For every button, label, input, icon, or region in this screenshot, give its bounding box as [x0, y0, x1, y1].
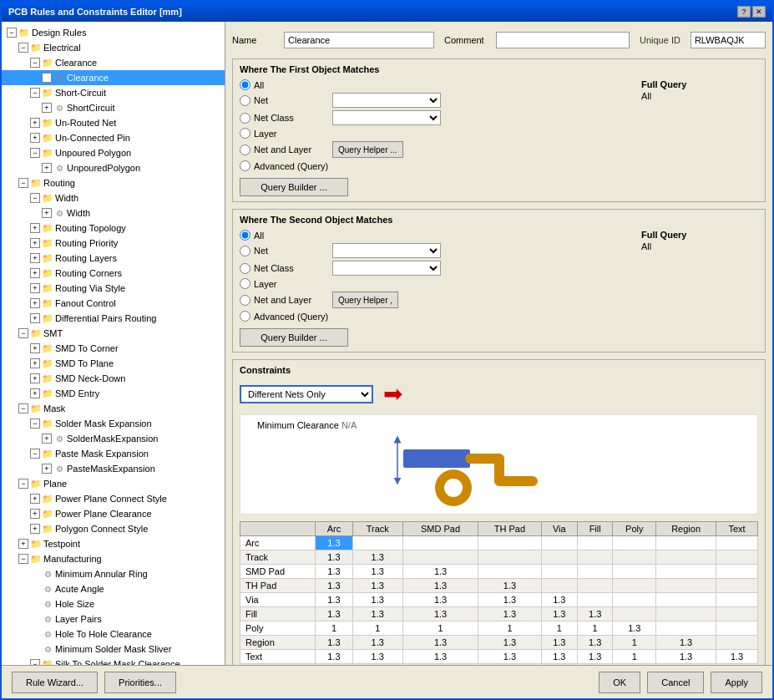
cell-label[interactable]: Region [240, 636, 316, 650]
cell-smd_pad[interactable] [402, 536, 478, 550]
cell-text[interactable] [716, 579, 758, 593]
tree-item-mask[interactable]: −📁Mask [2, 401, 225, 416]
tree-item-routing-topology[interactable]: +📁Routing Topology [2, 221, 225, 236]
name-input[interactable] [284, 32, 434, 48]
cell-smd_pad[interactable]: 1.3 [402, 607, 478, 621]
cell-th_pad[interactable] [478, 536, 542, 550]
tree-expand-mask[interactable]: − [18, 403, 28, 413]
cell-via[interactable]: 1.3 [541, 650, 577, 664]
tree-item-design-rules[interactable]: −📁Design Rules [2, 25, 225, 40]
tree-item-plane[interactable]: −📁Plane [2, 476, 225, 491]
first-layer-radio[interactable] [240, 128, 250, 139]
tree-item-clearance-folder[interactable]: −📁Clearance [2, 55, 225, 70]
cell-fill[interactable] [577, 565, 613, 579]
tree-item-fanout-control[interactable]: +📁Fanout Control [2, 296, 225, 311]
tree-expand-unpoured-polygon-rule[interactable]: + [42, 163, 52, 173]
tree-item-routing-priority[interactable]: +📁Routing Priority [2, 236, 225, 251]
apply-button[interactable]: Apply [711, 672, 762, 693]
tree-item-solder-mask-rule[interactable]: +⚙SolderMaskExpansion [2, 431, 225, 446]
tree-item-silk-solder-mask[interactable]: −📁Silk To Solder Mask Clearance [2, 657, 225, 665]
table-row[interactable]: SMD Pad1.31.31.3 [240, 565, 758, 579]
tree-item-manufacturing[interactable]: −📁Manufacturing [2, 551, 225, 566]
cell-region[interactable] [656, 621, 716, 636]
cell-poly[interactable] [613, 579, 656, 593]
tree-item-polygon-connect[interactable]: +📁Polygon Connect Style [2, 521, 225, 536]
cell-text[interactable] [716, 593, 758, 607]
cell-label[interactable]: SMD Pad [240, 565, 316, 579]
cell-smd_pad[interactable]: 1.3 [402, 650, 478, 664]
tree-expand-plane[interactable]: − [18, 479, 28, 489]
second-net-select[interactable] [332, 243, 441, 258]
tree-item-diff-pairs[interactable]: +📁Differential Pairs Routing [2, 311, 225, 326]
cell-via[interactable]: 1.3 [541, 607, 577, 621]
cell-text[interactable] [716, 565, 758, 579]
tree-item-paste-mask[interactable]: −📁Paste Mask Expansion [2, 446, 225, 461]
tree-expand-routing-priority[interactable]: + [30, 238, 40, 248]
cell-track[interactable] [352, 536, 402, 550]
tree-item-solder-mask[interactable]: −📁Solder Mask Expansion [2, 416, 225, 431]
second-netclass-select[interactable] [332, 261, 441, 276]
tree-item-clearance-rule[interactable]: +⚙Clearance [2, 70, 225, 85]
cell-th_pad[interactable]: 1.3 [478, 579, 542, 593]
cell-th_pad[interactable]: 1.3 [478, 650, 542, 664]
cell-text[interactable] [716, 536, 758, 550]
tree-expand-electrical[interactable]: − [18, 43, 28, 53]
first-query-builder-button[interactable]: Query Builder ... [240, 178, 348, 196]
cell-label[interactable]: Text [240, 650, 316, 664]
tree-item-short-circuit[interactable]: −📁Short-Circuit [2, 85, 225, 100]
tree-expand-fanout-control[interactable]: + [30, 298, 40, 308]
cell-region[interactable]: 1.3 [656, 636, 716, 650]
tree-expand-routing[interactable]: − [18, 178, 28, 188]
cell-region[interactable] [656, 536, 716, 550]
cell-arc[interactable]: 1.3 [316, 550, 352, 565]
tree-expand-power-plane-connect[interactable]: + [30, 494, 40, 504]
tree-expand-routing-via-style[interactable]: + [30, 283, 40, 293]
cell-region[interactable] [656, 565, 716, 579]
cell-fill[interactable] [577, 579, 613, 593]
tree-item-unpoured-polygon-rule[interactable]: +⚙UnpouredPolygon [2, 160, 225, 175]
cell-track[interactable]: 1.3 [352, 607, 402, 621]
cell-label[interactable]: Track [240, 550, 316, 565]
cell-arc[interactable]: 1.3 [316, 579, 352, 593]
second-netclass-radio[interactable] [240, 263, 250, 274]
cell-th_pad[interactable]: 1 [478, 621, 542, 636]
cell-poly[interactable] [613, 536, 656, 550]
first-query-helper-button[interactable]: Query Helper ... [332, 141, 403, 158]
first-net-select[interactable] [332, 93, 441, 108]
cell-track[interactable]: 1.3 [352, 579, 402, 593]
cell-via[interactable] [541, 579, 577, 593]
cell-arc[interactable]: 1.3 [316, 650, 352, 664]
tree-item-hole-clearance[interactable]: ⚙Hole To Hole Clearance [2, 626, 225, 642]
second-netlayer-radio[interactable] [240, 295, 250, 306]
tree-item-routing-layers[interactable]: +📁Routing Layers [2, 251, 225, 266]
cell-arc[interactable]: 1.3 [316, 536, 352, 550]
tree-item-paste-mask-rule[interactable]: +⚙PasteMaskExpansion [2, 461, 225, 476]
table-row[interactable]: TH Pad1.31.31.31.3 [240, 579, 758, 593]
cell-fill[interactable] [577, 593, 613, 607]
cell-smd_pad[interactable]: 1.3 [402, 579, 478, 593]
cell-via[interactable] [541, 565, 577, 579]
cell-region[interactable]: 1.3 [656, 650, 716, 664]
second-advanced-radio[interactable] [240, 311, 250, 322]
cell-label[interactable]: Poly [240, 621, 316, 636]
cell-th_pad[interactable]: 1.3 [478, 607, 542, 621]
tree-expand-solder-mask-rule[interactable]: + [42, 434, 52, 444]
first-all-radio[interactable] [240, 79, 250, 90]
tree-expand-smd-neckdown[interactable]: + [30, 373, 40, 383]
tree-expand-paste-mask[interactable]: − [30, 449, 40, 459]
uid-input[interactable] [691, 32, 766, 48]
tree-expand-routing-topology[interactable]: + [30, 223, 40, 233]
cell-th_pad[interactable] [478, 565, 542, 579]
tree-item-smd-neckdown[interactable]: +📁SMD Neck-Down [2, 371, 225, 386]
cell-th_pad[interactable] [478, 550, 542, 565]
cell-poly[interactable]: 1.3 [613, 621, 656, 636]
tree-expand-smd-corner[interactable]: + [30, 343, 40, 353]
cell-poly[interactable]: 1 [613, 650, 656, 664]
cell-th_pad[interactable]: 1.3 [478, 636, 542, 650]
tree-expand-paste-mask-rule[interactable]: + [42, 464, 52, 474]
table-row[interactable]: Track1.31.3 [240, 550, 758, 565]
first-netlayer-radio[interactable] [240, 145, 250, 155]
cell-fill[interactable] [577, 550, 613, 565]
tree-expand-design-rules[interactable]: − [7, 28, 17, 38]
tree-item-routing-corners[interactable]: +📁Routing Corners [2, 266, 225, 281]
